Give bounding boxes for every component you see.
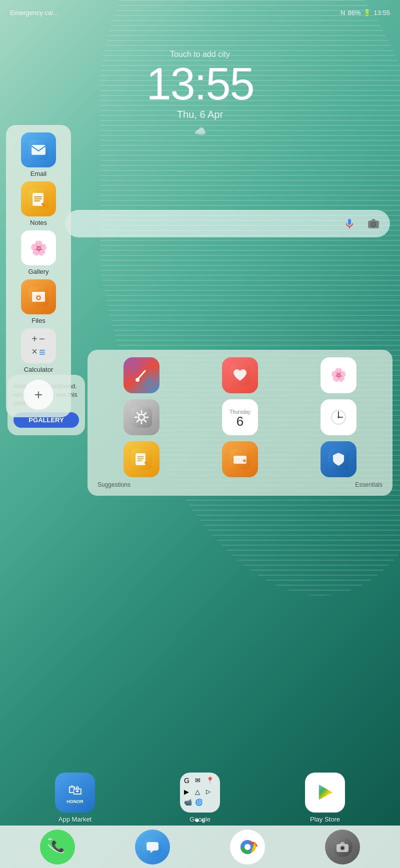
svg-point-25 (338, 416, 340, 418)
svg-text:🌸: 🌸 (330, 367, 347, 383)
grid-app-settings[interactable] (95, 399, 188, 435)
nav-camera[interactable] (325, 830, 360, 865)
svg-rect-4 (32, 145, 46, 155)
app-grid-card: 🌸 Thursday 6 (88, 350, 392, 496)
calendar-icon: Thursday 6 (222, 399, 258, 435)
bag-icon: 🛍 (68, 782, 82, 798)
google-grid: G ✉ 📍 ▶ △ ▷ 📹 🌀 (180, 773, 220, 813)
sidebar-item-files[interactable]: Files (11, 279, 66, 324)
svg-marker-33 (319, 785, 332, 800)
grid-app-calendar[interactable]: Thursday 6 (194, 399, 286, 435)
notes-app-icon (21, 181, 56, 216)
clock-widget[interactable]: Touch to add city 13:55 Thu, 6 Apr ☁️ (0, 50, 400, 137)
grid-app-photos[interactable]: 🌸 (292, 357, 385, 393)
maps-icon: 📍 (206, 777, 216, 787)
calculator-app-icon: +− ×≡ (21, 328, 56, 363)
svg-rect-30 (234, 456, 246, 458)
dock-playstore[interactable]: Play Store (305, 773, 345, 823)
sidebar-item-calculator[interactable]: +− ×≡ Calculator (11, 328, 66, 373)
notes2-icon (124, 441, 160, 477)
grid-app-shield[interactable] (292, 441, 385, 477)
sidebar-item-gallery[interactable]: 🌸 Gallery (11, 230, 66, 275)
gdrive-icon: △ (195, 788, 205, 798)
dock-area: 🛍 HONOR App Market G ✉ 📍 ▶ △ ▷ 📹 🌀 (8, 773, 392, 823)
grid-app-health[interactable] (194, 357, 286, 393)
svg-point-15 (136, 378, 140, 382)
gallery-app-icon: 🌸 (21, 230, 56, 265)
bottom-nav: 📞 (0, 826, 400, 868)
svg-text:📞: 📞 (51, 840, 65, 853)
search-camera-icon[interactable] (364, 215, 382, 233)
photos3-icon: 🌀 (195, 799, 205, 809)
settings-icon (124, 399, 160, 435)
svg-point-2 (372, 223, 374, 225)
svg-point-31 (243, 459, 246, 462)
dock-google[interactable]: G ✉ 📍 ▶ △ ▷ 📹 🌀 Google (180, 773, 220, 823)
clock-add-city[interactable]: Touch to add city (0, 50, 400, 59)
svg-rect-11 (32, 292, 45, 294)
page-indicator (0, 819, 400, 822)
sidebar-add-button[interactable]: + (24, 380, 54, 410)
battery-icon: 🔋 (363, 9, 371, 16)
sidebar-item-notes[interactable]: Notes (11, 181, 66, 226)
svg-rect-19 (131, 407, 152, 428)
honor-bag: 🛍 HONOR (66, 782, 84, 804)
honor-text: HONOR (66, 799, 84, 804)
svg-point-38 (244, 844, 250, 850)
files-app-icon (21, 279, 56, 314)
status-right: N 86% 🔋 13:55 (340, 9, 390, 16)
status-time: 13:55 (374, 9, 390, 16)
nav-chrome[interactable] (230, 830, 265, 865)
meet-icon: 📹 (184, 799, 194, 809)
app-sidebar: Email Notes 🌸 Gallery (6, 125, 71, 417)
search-bar[interactable] (65, 210, 390, 237)
shield-icon (320, 441, 356, 477)
paintbrush-icon (124, 357, 160, 393)
search-mic-icon[interactable] (340, 215, 358, 233)
gallery-label: Gallery (28, 268, 48, 275)
grid-app-clock[interactable] (292, 399, 385, 435)
calculator-label: Calculator (24, 366, 54, 373)
grid-app-paintbrush[interactable] (95, 357, 188, 393)
wallet-icon (222, 441, 258, 477)
svg-point-42 (341, 847, 344, 850)
grid-app-wallet[interactable] (194, 441, 286, 477)
status-emergency: Emergency cal... (10, 9, 58, 16)
photos-icon: 🌸 (320, 357, 356, 393)
essentials-label: Essentials (355, 481, 382, 488)
email-app-icon (21, 132, 56, 167)
add-icon: + (34, 387, 42, 403)
dock-appmarket[interactable]: 🛍 HONOR App Market (55, 773, 95, 823)
page-dot-2 (202, 819, 204, 822)
svg-rect-13 (38, 297, 40, 299)
app-grid: 🌸 Thursday 6 (95, 357, 385, 477)
svg-rect-27 (136, 453, 146, 465)
nav-phone[interactable]: 📞 (40, 830, 75, 865)
gplay2-icon: ▷ (206, 788, 216, 798)
page-dot-1 (196, 819, 198, 822)
appmarket-icon: 🛍 HONOR (55, 773, 95, 813)
playstore-icon (305, 773, 345, 813)
g-icon: G (184, 777, 194, 787)
battery-percent: 86% (348, 9, 360, 16)
sidebar-item-email[interactable]: Email (11, 132, 66, 177)
dock-row: 🛍 HONOR App Market G ✉ 📍 ▶ △ ▷ 📹 🌀 (8, 773, 392, 823)
svg-text:🌸: 🌸 (30, 240, 48, 256)
files-label: Files (32, 317, 45, 324)
nfc-icon: N (340, 9, 345, 16)
status-bar: Emergency cal... N 86% 🔋 13:55 (0, 0, 400, 25)
clock-icon (320, 399, 356, 435)
clock-date: Thu, 6 Apr (0, 109, 400, 120)
suggestions-label: Suggestions (98, 481, 130, 488)
google-folder-icon: G ✉ 📍 ▶ △ ▷ 📹 🌀 (180, 773, 220, 813)
grid-app-notes2[interactable] (95, 441, 188, 477)
youtube-icon: ▶ (184, 788, 194, 798)
clock-time-display: 13:55 (0, 61, 400, 106)
nav-messages[interactable] (135, 830, 170, 865)
email-label: Email (30, 170, 47, 177)
health-icon (222, 357, 258, 393)
notes-label: Notes (30, 219, 47, 226)
gmail-icon: ✉ (195, 777, 205, 787)
